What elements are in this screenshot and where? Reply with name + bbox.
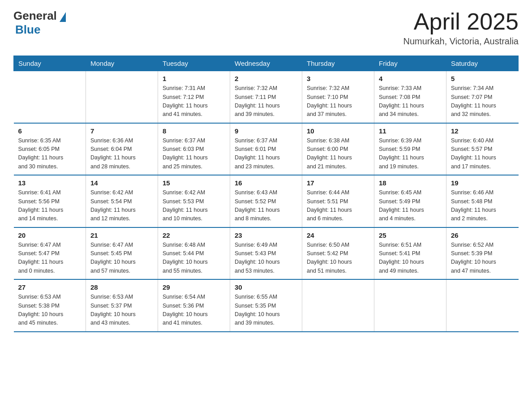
title-section: April 2025 Numurkah, Victoria, Australia: [403, 9, 519, 47]
day-info: Sunrise: 6:39 AM Sunset: 5:59 PM Dayligh…: [379, 137, 442, 171]
weekday-header-saturday: Saturday: [446, 56, 519, 71]
day-info: Sunrise: 6:49 AM Sunset: 5:43 PM Dayligh…: [235, 241, 297, 276]
day-info: Sunrise: 6:45 AM Sunset: 5:49 PM Dayligh…: [379, 188, 442, 223]
weekday-header-wednesday: Wednesday: [230, 56, 302, 71]
day-info: Sunrise: 7:33 AM Sunset: 7:08 PM Dayligh…: [379, 84, 442, 119]
calendar-cell: 24Sunrise: 6:50 AM Sunset: 5:42 PM Dayli…: [302, 227, 374, 280]
calendar-week-row: 13Sunrise: 6:41 AM Sunset: 5:56 PM Dayli…: [14, 175, 519, 227]
calendar-cell: 8Sunrise: 6:37 AM Sunset: 6:03 PM Daylig…: [158, 123, 230, 176]
weekday-header-sunday: Sunday: [14, 56, 86, 71]
calendar-cell: 28Sunrise: 6:53 AM Sunset: 5:37 PM Dayli…: [86, 279, 158, 332]
logo-blue-text: Blue: [15, 23, 40, 37]
day-number: 26: [451, 231, 514, 239]
calendar-week-row: 20Sunrise: 6:47 AM Sunset: 5:47 PM Dayli…: [14, 227, 519, 280]
day-number: 24: [307, 231, 369, 239]
day-info: Sunrise: 6:42 AM Sunset: 5:54 PM Dayligh…: [90, 188, 153, 223]
day-info: Sunrise: 6:51 AM Sunset: 5:41 PM Dayligh…: [379, 241, 442, 276]
day-info: Sunrise: 6:47 AM Sunset: 5:47 PM Dayligh…: [18, 241, 82, 276]
day-info: Sunrise: 7:34 AM Sunset: 7:07 PM Dayligh…: [451, 84, 514, 119]
calendar-cell: 3Sunrise: 7:32 AM Sunset: 7:10 PM Daylig…: [302, 71, 374, 123]
day-info: Sunrise: 6:37 AM Sunset: 6:03 PM Dayligh…: [163, 137, 225, 171]
calendar-cell: 1Sunrise: 7:31 AM Sunset: 7:12 PM Daylig…: [158, 71, 230, 123]
calendar-title: April 2025: [403, 9, 519, 34]
day-number: 16: [235, 179, 297, 187]
calendar-cell: 10Sunrise: 6:38 AM Sunset: 6:00 PM Dayli…: [302, 123, 374, 176]
calendar-week-row: 27Sunrise: 6:53 AM Sunset: 5:38 PM Dayli…: [14, 279, 519, 332]
day-number: 9: [235, 127, 297, 135]
day-number: 8: [163, 127, 225, 135]
calendar-cell: 9Sunrise: 6:37 AM Sunset: 6:01 PM Daylig…: [230, 123, 302, 176]
calendar-cell: 15Sunrise: 6:42 AM Sunset: 5:53 PM Dayli…: [158, 175, 230, 227]
calendar-cell: 16Sunrise: 6:43 AM Sunset: 5:52 PM Dayli…: [230, 175, 302, 227]
calendar-cell: 27Sunrise: 6:53 AM Sunset: 5:38 PM Dayli…: [14, 279, 86, 332]
day-number: 13: [18, 179, 82, 187]
calendar-cell: 14Sunrise: 6:42 AM Sunset: 5:54 PM Dayli…: [86, 175, 158, 227]
day-info: Sunrise: 6:55 AM Sunset: 5:35 PM Dayligh…: [235, 293, 297, 328]
calendar-cell: 12Sunrise: 6:40 AM Sunset: 5:57 PM Dayli…: [446, 123, 519, 176]
day-info: Sunrise: 6:38 AM Sunset: 6:00 PM Dayligh…: [307, 137, 369, 171]
weekday-header-friday: Friday: [374, 56, 446, 71]
logo: General Blue: [13, 9, 66, 37]
day-number: 17: [307, 179, 369, 187]
day-number: 15: [163, 179, 225, 187]
calendar-body: 1Sunrise: 7:31 AM Sunset: 7:12 PM Daylig…: [14, 71, 519, 332]
day-info: Sunrise: 6:47 AM Sunset: 5:45 PM Dayligh…: [90, 241, 153, 276]
calendar-cell: 19Sunrise: 6:46 AM Sunset: 5:48 PM Dayli…: [446, 175, 519, 227]
calendar-cell: [374, 279, 446, 332]
calendar-cell: 7Sunrise: 6:36 AM Sunset: 6:04 PM Daylig…: [86, 123, 158, 176]
calendar-cell: 6Sunrise: 6:35 AM Sunset: 6:05 PM Daylig…: [14, 123, 86, 176]
calendar-cell: [302, 279, 374, 332]
day-number: 25: [379, 231, 442, 239]
day-info: Sunrise: 6:42 AM Sunset: 5:53 PM Dayligh…: [163, 188, 225, 223]
calendar-cell: 20Sunrise: 6:47 AM Sunset: 5:47 PM Dayli…: [14, 227, 86, 280]
calendar-cell: 25Sunrise: 6:51 AM Sunset: 5:41 PM Dayli…: [374, 227, 446, 280]
day-info: Sunrise: 6:53 AM Sunset: 5:38 PM Dayligh…: [18, 293, 82, 328]
calendar-cell: 29Sunrise: 6:54 AM Sunset: 5:36 PM Dayli…: [158, 279, 230, 332]
calendar-week-row: 6Sunrise: 6:35 AM Sunset: 6:05 PM Daylig…: [14, 123, 519, 176]
day-info: Sunrise: 7:31 AM Sunset: 7:12 PM Dayligh…: [163, 84, 225, 119]
day-info: Sunrise: 6:50 AM Sunset: 5:42 PM Dayligh…: [307, 241, 369, 276]
calendar-cell: 26Sunrise: 6:52 AM Sunset: 5:39 PM Dayli…: [446, 227, 519, 280]
calendar-cell: 5Sunrise: 7:34 AM Sunset: 7:07 PM Daylig…: [446, 71, 519, 123]
day-number: 30: [235, 283, 297, 291]
calendar-cell: 23Sunrise: 6:49 AM Sunset: 5:43 PM Dayli…: [230, 227, 302, 280]
weekday-header-monday: Monday: [86, 56, 158, 71]
weekday-header-thursday: Thursday: [302, 56, 374, 71]
calendar-cell: 17Sunrise: 6:44 AM Sunset: 5:51 PM Dayli…: [302, 175, 374, 227]
day-number: 21: [90, 231, 153, 239]
day-number: 10: [307, 127, 369, 135]
calendar-cell: 11Sunrise: 6:39 AM Sunset: 5:59 PM Dayli…: [374, 123, 446, 176]
day-number: 6: [18, 127, 82, 135]
calendar-table: SundayMondayTuesdayWednesdayThursdayFrid…: [13, 56, 519, 332]
page-header: General Blue April 2025 Numurkah, Victor…: [13, 9, 519, 47]
day-number: 7: [90, 127, 153, 135]
calendar-header: SundayMondayTuesdayWednesdayThursdayFrid…: [14, 56, 519, 71]
day-number: 29: [163, 283, 225, 291]
day-info: Sunrise: 6:52 AM Sunset: 5:39 PM Dayligh…: [451, 241, 514, 276]
day-info: Sunrise: 6:54 AM Sunset: 5:36 PM Dayligh…: [163, 293, 225, 328]
calendar-cell: 22Sunrise: 6:48 AM Sunset: 5:44 PM Dayli…: [158, 227, 230, 280]
day-number: 19: [451, 179, 514, 187]
calendar-subtitle: Numurkah, Victoria, Australia: [403, 36, 519, 47]
day-number: 20: [18, 231, 82, 239]
calendar-cell: [86, 71, 158, 123]
calendar-cell: 2Sunrise: 7:32 AM Sunset: 7:11 PM Daylig…: [230, 71, 302, 123]
day-number: 5: [451, 75, 514, 82]
calendar-cell: 21Sunrise: 6:47 AM Sunset: 5:45 PM Dayli…: [86, 227, 158, 280]
day-number: 22: [163, 231, 225, 239]
day-number: 18: [379, 179, 442, 187]
calendar-cell: [14, 71, 86, 123]
calendar-cell: 4Sunrise: 7:33 AM Sunset: 7:08 PM Daylig…: [374, 71, 446, 123]
day-number: 2: [235, 75, 297, 82]
day-number: 1: [163, 75, 225, 82]
calendar-cell: 18Sunrise: 6:45 AM Sunset: 5:49 PM Dayli…: [374, 175, 446, 227]
day-info: Sunrise: 6:53 AM Sunset: 5:37 PM Dayligh…: [90, 293, 153, 328]
day-number: 3: [307, 75, 369, 82]
day-number: 27: [18, 283, 82, 291]
day-info: Sunrise: 6:48 AM Sunset: 5:44 PM Dayligh…: [163, 241, 225, 276]
day-info: Sunrise: 6:37 AM Sunset: 6:01 PM Dayligh…: [235, 137, 297, 171]
day-info: Sunrise: 6:41 AM Sunset: 5:56 PM Dayligh…: [18, 188, 82, 223]
day-number: 12: [451, 127, 514, 135]
weekday-header-row: SundayMondayTuesdayWednesdayThursdayFrid…: [14, 56, 519, 71]
day-info: Sunrise: 6:36 AM Sunset: 6:04 PM Dayligh…: [90, 137, 153, 171]
